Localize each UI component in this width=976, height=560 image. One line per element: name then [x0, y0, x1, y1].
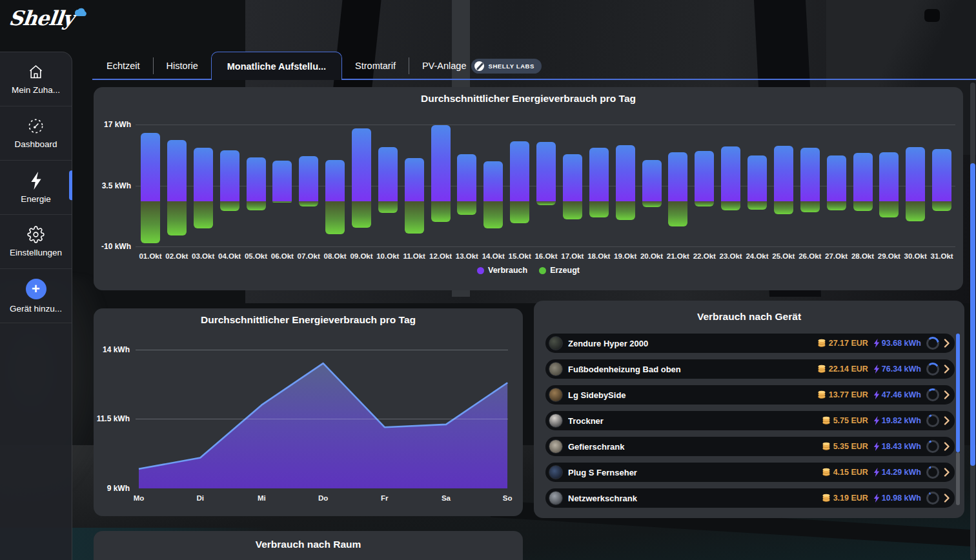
device-energy: 93.68 kWh: [873, 339, 921, 348]
device-avatar: [549, 465, 563, 479]
device-cost-value: 4.15 EUR: [833, 468, 868, 477]
bar-verbrauch: [879, 152, 899, 201]
device-row[interactable]: Trockner5.75 EUR19.82 kWh: [545, 411, 955, 430]
x-axis-tick: Mo: [125, 494, 153, 502]
ring-hole: [928, 442, 937, 451]
panel-energy-bar-chart: Durchschnittlicher Energieverbrauch pro …: [94, 87, 963, 290]
device-row[interactable]: Fußbodenheizung Bad oben22.14 EUR76.34 k…: [545, 359, 955, 379]
bar-erzeugt: [167, 201, 187, 235]
device-row[interactable]: Plug S Fernseher4.15 EUR14.29 kWh: [545, 463, 955, 482]
ring-hole: [928, 365, 937, 374]
bar-verbrauch: [747, 155, 767, 201]
bar-erzeugt: [194, 201, 213, 228]
chevron-right-icon[interactable]: [944, 339, 950, 348]
device-avatar: [549, 336, 563, 350]
bar-verbrauch: [668, 152, 687, 201]
device-share-ring: [926, 492, 939, 505]
bar-verbrauch: [906, 147, 925, 201]
sidebar-item-dashboard[interactable]: Dashboard: [0, 106, 72, 161]
bar-erzeugt: [906, 201, 925, 221]
x-axis-tick: 07.Okt: [294, 252, 323, 260]
shelly-logo: Shelly: [9, 6, 99, 43]
bar-erzeugt: [563, 201, 582, 219]
tab-monatliche-aufstellu-[interactable]: Monatliche Aufstellu...: [211, 52, 342, 80]
tab-historie[interactable]: Historie: [154, 52, 211, 80]
bar-erzeugt: [457, 201, 476, 215]
x-axis-tick: 24.Okt: [743, 252, 771, 260]
bar-verbrauch: [431, 125, 451, 201]
tab-label: Echtzeit: [107, 61, 140, 71]
tab-echtzeit[interactable]: Echtzeit: [94, 52, 153, 80]
device-scrollbar-thumb[interactable]: [956, 334, 960, 452]
device-panel-title: Verbrauch nach Gerät: [534, 311, 964, 323]
page-scrollbar[interactable]: [970, 83, 975, 560]
device-cost: 27.17 EUR: [817, 339, 868, 348]
x-axis-tick: Di: [186, 494, 214, 502]
device-energy-value: 93.68 kWh: [882, 339, 921, 348]
bar-erzeugt: [774, 201, 793, 214]
device-cost: 4.15 EUR: [822, 468, 868, 477]
bar-verbrauch: [457, 154, 476, 202]
x-axis-tick: Sa: [432, 494, 460, 502]
x-axis-tick: 06.Okt: [268, 252, 296, 260]
device-energy: 76.34 kWh: [873, 365, 921, 374]
bar-verbrauch: [774, 146, 793, 201]
device-avatar: [549, 388, 563, 402]
bar-erzeugt: [299, 201, 318, 206]
bar-erzeugt: [220, 201, 239, 211]
bar-erzeugt: [747, 201, 767, 210]
device-cost: 3.19 EUR: [822, 494, 868, 503]
bolt-icon: [873, 365, 880, 374]
panel-room-consumption: Verbrauch nach Raum: [94, 531, 523, 560]
device-name: Zendure Hyper 2000: [568, 339, 817, 348]
bolt-icon: [28, 172, 44, 190]
device-scrollbar-track: [956, 452, 960, 505]
chevron-right-icon[interactable]: [944, 416, 950, 425]
coins-icon: [822, 416, 831, 425]
sidebar-item-einstellungen[interactable]: Einstellungen: [0, 215, 72, 269]
x-axis-tick: 15.Okt: [505, 252, 534, 260]
sidebar-active-indicator: [69, 170, 72, 200]
home-icon: [27, 63, 45, 81]
device-row[interactable]: Gefierschrank5.35 EUR18.43 kWh: [545, 437, 955, 456]
bar-verbrauch: [405, 158, 424, 201]
y-axis-tick: 3.5 kWh: [97, 181, 131, 190]
device-share-ring: [926, 337, 939, 350]
device-row[interactable]: Netzwerkschrank3.19 EUR10.98 kWh: [545, 488, 955, 508]
chevron-right-icon[interactable]: [944, 468, 950, 477]
page-scrollbar-thumb[interactable]: [970, 163, 975, 466]
sidebar-item-energie[interactable]: Energie: [0, 161, 72, 215]
sidebar-item-label: Gerät hinzu...: [10, 304, 62, 314]
x-axis-tick: 08.Okt: [321, 252, 349, 260]
labs-pen-icon: [474, 61, 484, 71]
x-axis-tick: 18.Okt: [585, 252, 613, 260]
chevron-right-icon[interactable]: [944, 494, 950, 503]
bar-verbrauch: [272, 161, 292, 201]
device-row[interactable]: Zendure Hyper 200027.17 EUR93.68 kWh: [545, 334, 955, 353]
tab-stromtarif[interactable]: Stromtarif: [342, 52, 409, 80]
device-share-ring: [926, 440, 939, 453]
gridline: [136, 246, 955, 247]
device-cost: 22.14 EUR: [817, 365, 868, 374]
sidebar-item-mein-zuha-[interactable]: Mein Zuha...: [0, 52, 72, 106]
ring-hole: [928, 494, 937, 503]
x-axis-tick: Do: [309, 494, 338, 502]
gridline: [136, 125, 955, 125]
bar-verbrauch: [853, 153, 873, 201]
device-cost-value: 22.14 EUR: [829, 365, 868, 374]
bar-verbrauch: [194, 148, 213, 201]
x-axis-tick: 31.Okt: [928, 252, 956, 260]
device-row[interactable]: Lg SidebySide13.77 EUR47.46 kWh: [545, 385, 955, 405]
device-energy: 18.43 kWh: [873, 442, 921, 451]
chevron-right-icon[interactable]: [944, 390, 950, 399]
tab-pv-anlage[interactable]: PV-AnlageSHELLY LABS: [409, 52, 554, 80]
bar-erzeugt: [536, 201, 556, 205]
x-axis-tick: 13.Okt: [452, 252, 481, 260]
chevron-right-icon[interactable]: [944, 365, 950, 374]
chevron-right-icon[interactable]: [944, 442, 950, 451]
sidebar-item-ger-t-hinzu-[interactable]: +Gerät hinzu...: [0, 269, 72, 323]
sidebar-item-label: Mein Zuha...: [12, 85, 60, 95]
x-axis-tick: 09.Okt: [347, 252, 376, 260]
sidebar-item-label: Dashboard: [14, 139, 57, 149]
device-list-scrollbar[interactable]: [956, 334, 960, 508]
